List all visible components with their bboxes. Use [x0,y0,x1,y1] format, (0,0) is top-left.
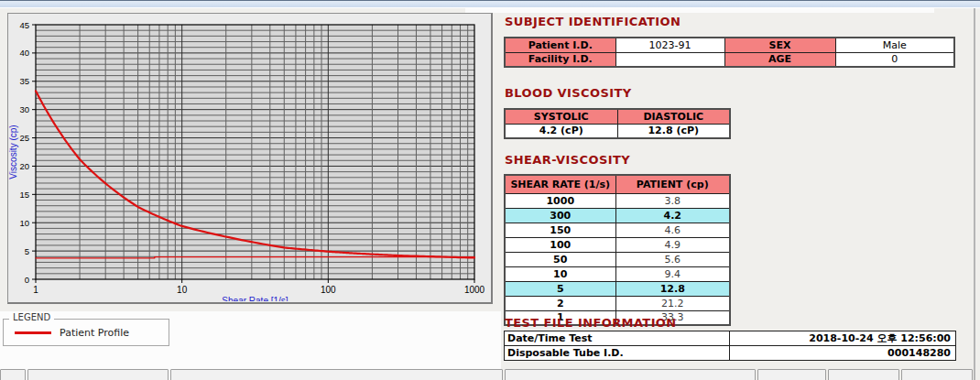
sex-value: Male [835,38,954,52]
window-right-edge [974,8,975,380]
value-cell: 12.8 [615,281,730,296]
svg-text:Viscosity (cp): Viscosity (cp) [8,125,18,179]
patient-cp-header: PATIENT (cp) [615,175,730,193]
systolic-value: 4.2 (cP) [505,124,617,138]
window-top-strip [0,0,980,8]
svg-text:25: 25 [19,133,29,143]
table-row: 10003.8 [505,193,730,208]
subject-identification-title: SUBJECT IDENTIFICATION [505,15,681,28]
diastolic-header: DIASTOLIC [617,109,730,124]
status-segment [901,369,973,380]
patient-id-label: Patient I.D. [505,38,615,52]
blood-viscosity-table: SYSTOLIC DIASTOLIC 4.2 (cP) 12.8 (cP) [504,108,731,139]
svg-text:30: 30 [19,104,29,114]
blood-viscosity-title: BLOOD VISCOSITY [505,86,631,100]
svg-text:10: 10 [177,285,188,295]
shear-viscosity-chart-panel: 0510152025303540451101001000Shear Rate [… [7,13,493,304]
table-row: 109.4 [505,266,730,281]
disposable-tube-id-value: 000148280 [730,346,956,361]
svg-text:1: 1 [33,285,38,295]
age-label: AGE [724,52,835,67]
patient-profile-line-swatch [15,331,51,334]
disposable-tube-id-label: Disposable Tube I.D. [505,346,730,361]
rate-cell: 2 [505,296,615,310]
value-cell: 4.9 [615,237,730,252]
svg-text:100: 100 [321,285,336,295]
status-bar [0,369,980,380]
svg-text:35: 35 [19,76,29,86]
sex-label: SEX [724,38,835,52]
table-row: SYSTOLIC DIASTOLIC [505,109,730,124]
table-row: 1504.6 [505,223,730,237]
rate-cell: 10 [505,266,615,281]
value-cell: 4.2 [615,208,730,223]
table-row: Facility I.D. AGE 0 [505,52,954,67]
svg-text:40: 40 [19,48,29,58]
panel-top-highlight [465,8,934,13]
date-time-test-label: Date/Time Test [505,331,730,346]
test-file-information-title: TEST FILE INFORMATION [505,316,677,330]
shear-rate-header: SHEAR RATE (1/s) [505,175,615,193]
svg-text:Shear Rate [1/s]: Shear Rate [1/s] [222,296,288,301]
subject-identification-table: Patient I.D. 1023-91 SEX Male Facility I… [504,37,955,68]
rate-cell: 5 [505,281,615,296]
legend-frame: LEGEND Patient Profile [3,319,169,346]
table-row: 4.2 (cP) 12.8 (cP) [505,124,730,138]
value-cell: 5.6 [615,252,730,266]
legend-title: LEGEND [9,312,54,322]
legend-entry-label: Patient Profile [60,327,129,339]
value-cell: 4.6 [615,223,730,237]
value-cell: 21.2 [615,296,730,310]
svg-text:15: 15 [19,190,29,200]
shear-viscosity-title: SHEAR-VISCOSITY [505,153,630,167]
table-row: 505.6 [505,252,730,266]
test-file-information-table: Date/Time Test 2018-10-24 오후 12:56:00 Di… [504,331,956,361]
rate-cell: 150 [505,223,615,237]
status-segment [505,369,756,380]
table-row: 1004.9 [505,237,730,252]
facility-id-value [615,52,724,67]
status-segment [0,369,26,380]
status-segment [828,369,899,380]
svg-text:5: 5 [25,246,29,256]
table-row-highlight: 3004.2 [505,208,730,223]
table-row-highlight: 512.8 [505,281,730,296]
rate-cell: 100 [505,237,615,252]
svg-text:45: 45 [19,20,29,30]
status-segment [170,369,503,380]
status-segment [27,369,169,380]
systolic-header: SYSTOLIC [505,109,617,124]
svg-text:1000: 1000 [464,285,485,295]
table-header-row: SHEAR RATE (1/s) PATIENT (cp) [505,175,730,193]
report-screen: 0510152025303540451101001000Shear Rate [… [0,0,980,380]
date-time-test-value: 2018-10-24 오후 12:56:00 [730,331,956,346]
table-row: 221.2 [505,296,730,310]
table-row: Date/Time Test 2018-10-24 오후 12:56:00 [505,331,956,346]
svg-text:20: 20 [19,161,29,171]
diastolic-value: 12.8 (cP) [617,124,730,138]
table-row: Patient I.D. 1023-91 SEX Male [505,38,954,52]
shear-viscosity-table: SHEAR RATE (1/s) PATIENT (cp) 10003.8 30… [504,174,731,326]
svg-text:10: 10 [19,218,29,228]
table-row: Disposable Tube I.D. 000148280 [505,346,956,361]
status-segment [757,369,826,380]
facility-id-label: Facility I.D. [505,52,615,67]
svg-text:0: 0 [25,275,29,285]
age-value: 0 [835,52,954,67]
patient-id-value: 1023-91 [615,38,724,52]
rate-cell: 300 [505,208,615,223]
legend-entry: Patient Profile [4,320,169,345]
value-cell: 3.8 [615,193,730,208]
value-cell: 9.4 [615,266,730,281]
rate-cell: 1000 [505,193,615,208]
rate-cell: 50 [505,252,615,266]
shear-viscosity-chart: 0510152025303540451101001000Shear Rate [… [8,14,490,301]
